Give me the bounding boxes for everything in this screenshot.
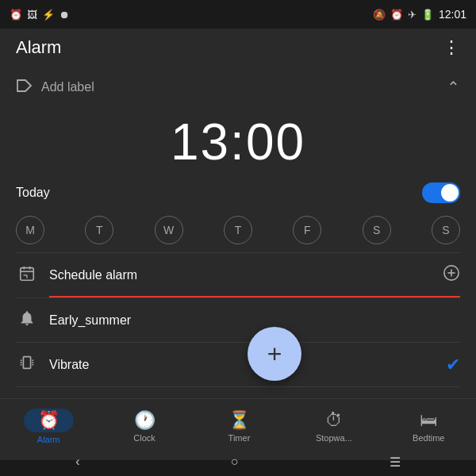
status-time: 12:01 [439, 8, 466, 21]
mute-icon: 🔕 [373, 9, 386, 21]
nav-timer[interactable]: ⏳ Timer [215, 410, 263, 443]
day-sunday[interactable]: S [432, 216, 460, 244]
record-icon: ⏺ [60, 9, 70, 21]
usb-icon: ⚡ [42, 9, 55, 21]
nav-stopwatch[interactable]: ⏱ Stopwa... [310, 410, 358, 443]
page-title: Alarm [16, 37, 61, 58]
nav-stopwatch-icon: ⏱ [325, 410, 343, 431]
alarm-notify-icon: ⏰ [390, 9, 403, 21]
nav-clock-icon: 🕐 [134, 410, 155, 431]
flight-icon: ✈ [408, 9, 416, 21]
nav-timer-icon: ⏳ [228, 410, 250, 431]
gesture-bar: ‹ ○ ☰ [0, 452, 476, 471]
nav-alarm-bg: ⏰ [24, 409, 74, 432]
add-schedule-button[interactable] [443, 264, 460, 286]
nav-bedtime[interactable]: 🛏 Bedtime [405, 410, 452, 443]
nav-alarm-label: Alarm [37, 435, 60, 444]
status-bar: ⏰ 🖼 ⚡ ⏺ 🔕 ⏰ ✈ 🔋 12:01 [0, 0, 476, 29]
ringtone-icon [16, 309, 38, 331]
home-button[interactable]: ○ [231, 455, 239, 469]
recents-button[interactable]: ☰ [390, 455, 401, 470]
alarm-time[interactable]: 13:00 [171, 113, 305, 171]
schedule-icon [16, 265, 38, 286]
nav-bedtime-label: Bedtime [413, 433, 444, 443]
nav-stopwatch-label: Stopwa... [316, 433, 352, 443]
portrait-icon: 🖼 [27, 9, 37, 21]
day-tuesday[interactable]: T [85, 216, 113, 244]
more-options-button[interactable]: ⋮ [443, 37, 460, 58]
vibrate-row[interactable]: Vibrate ✔ [16, 342, 460, 386]
day-friday[interactable]: F [293, 216, 321, 244]
status-left-icons: ⏰ 🖼 ⚡ ⏺ [10, 9, 70, 21]
battery-icon: 🔋 [421, 9, 434, 21]
vibrate-icon [16, 354, 38, 375]
days-row: M T W T F S S [16, 209, 460, 252]
ringtone-label: Early_summer [49, 313, 460, 328]
status-right-icons: 🔕 ⏰ ✈ 🔋 12:01 [373, 8, 466, 21]
add-label-text: Add label [41, 80, 94, 94]
nav-alarm[interactable]: ⏰ Alarm [24, 409, 74, 444]
schedule-alarm-label: Schedule alarm [49, 268, 443, 282]
bottom-nav: ⏰ Alarm 🕐 Clock ⏳ Timer ⏱ Stopwa... 🛏 Be… [0, 398, 476, 454]
svg-rect-0 [21, 267, 34, 280]
add-label-left: Add label [16, 79, 94, 97]
schedule-alarm-row[interactable]: Schedule alarm [16, 252, 460, 298]
nav-bedtime-icon: 🛏 [420, 410, 437, 431]
day-monday[interactable]: M [16, 216, 44, 244]
today-row: Today [16, 176, 460, 209]
nav-timer-label: Timer [228, 433, 251, 443]
day-wednesday[interactable]: W [155, 216, 183, 244]
vibrate-checkmark: ✔ [446, 355, 460, 375]
day-saturday[interactable]: S [363, 216, 391, 244]
day-thursday[interactable]: T [224, 216, 252, 244]
back-button[interactable]: ‹ [75, 455, 79, 469]
svg-rect-9 [23, 357, 30, 369]
fab-add-button[interactable]: + [248, 327, 301, 381]
label-icon [16, 79, 33, 97]
today-toggle[interactable] [422, 182, 460, 203]
add-label-row[interactable]: Add label ⌃ [16, 67, 460, 105]
nav-clock-label: Clock [133, 433, 155, 443]
time-display[interactable]: 13:00 [16, 105, 460, 176]
nav-alarm-icon: ⏰ [38, 410, 60, 430]
toggle-knob [441, 184, 459, 202]
today-label: Today [16, 186, 50, 200]
chevron-up-icon[interactable]: ⌃ [447, 78, 460, 97]
app-bar: Alarm ⋮ [0, 29, 476, 67]
ringtone-row[interactable]: Early_summer [16, 298, 460, 342]
alarm-status-icon: ⏰ [10, 9, 22, 21]
nav-clock[interactable]: 🕐 Clock [121, 410, 168, 443]
